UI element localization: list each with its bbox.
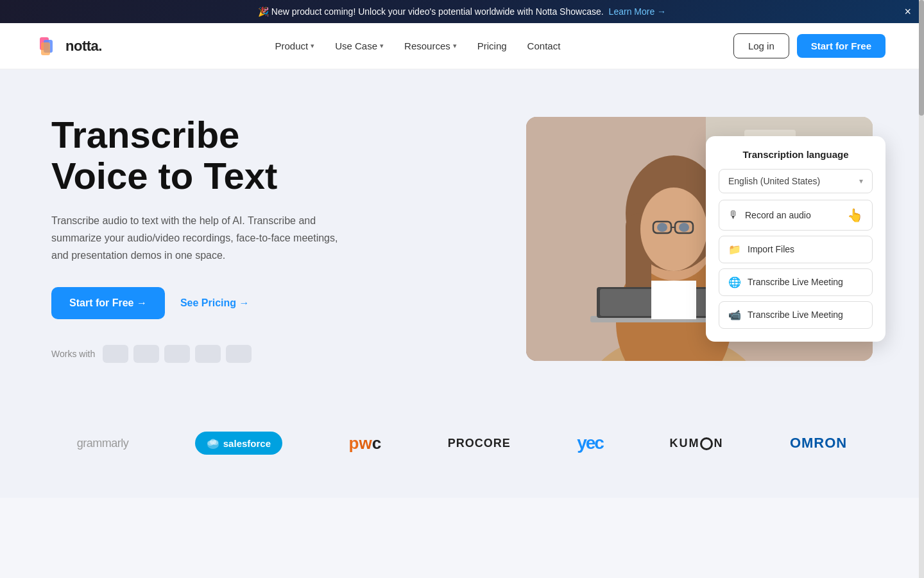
- logo-procore: PROCORE: [448, 427, 511, 459]
- svg-point-13: [640, 188, 707, 271]
- scrollbar-thumb[interactable]: [919, 0, 924, 116]
- globe-icon: 🌐: [728, 276, 741, 288]
- logo-grammarly: grammarly: [77, 427, 129, 459]
- hero-title: Transcribe Voice to Text: [51, 114, 346, 197]
- svg-rect-22: [651, 281, 696, 319]
- works-with-logo-3: [164, 345, 190, 363]
- chevron-down-icon: ▾: [380, 42, 384, 50]
- logos-row: grammarly salesforce pwc PROCORE yec: [51, 427, 873, 459]
- banner-close-button[interactable]: ×: [904, 6, 911, 17]
- chevron-down-icon: ▾: [311, 42, 314, 50]
- hero-subtitle: Transcribe audio to text with the help o…: [51, 212, 346, 265]
- hero-left: Transcribe Voice to Text Transcribe audi…: [51, 114, 346, 363]
- logo-icon: [38, 35, 62, 58]
- salesforce-cloud-icon: [207, 437, 219, 450]
- record-audio-option[interactable]: 🎙 Record an audio 👆: [719, 200, 873, 231]
- svg-point-18: [679, 223, 689, 232]
- login-button[interactable]: Log in: [733, 33, 789, 58]
- see-pricing-button[interactable]: See Pricing →: [180, 297, 250, 309]
- cursor-hand-icon: 👆: [847, 207, 863, 223]
- logos-section: grammarly salesforce pwc PROCORE yec: [0, 401, 924, 498]
- hero-section: Transcribe Voice to Text Transcribe audi…: [0, 69, 924, 401]
- top-banner: 🎉 New product coming! Unlock your video'…: [0, 0, 924, 23]
- start-for-free-button[interactable]: Start for Free: [797, 34, 886, 58]
- folder-icon: 📁: [728, 243, 741, 256]
- chevron-down-icon: ▾: [859, 177, 863, 186]
- works-with-logo-5: [226, 345, 252, 363]
- logo-link[interactable]: notta.: [38, 35, 102, 58]
- hero-right: Transcription language English (United S…: [526, 117, 873, 361]
- works-with-label: Works with: [51, 349, 95, 359]
- learn-more-link[interactable]: Learn More →: [609, 6, 666, 17]
- works-with-logo-4: [195, 345, 221, 363]
- transcribe-meeting-option-1[interactable]: 🌐 Transcribe Live Meeting: [719, 268, 873, 296]
- language-selector[interactable]: English (United States) ▾: [719, 169, 873, 193]
- card-title: Transcription language: [719, 149, 873, 160]
- logo-yec: yec: [577, 427, 603, 459]
- works-with-logo-2: [133, 345, 159, 363]
- banner-text: 🎉 New product coming! Unlock your video'…: [258, 6, 604, 17]
- scrollbar[interactable]: [919, 0, 924, 498]
- language-selected-text: English (United States): [728, 176, 820, 186]
- nav-links: Product ▾ Use Case ▾ Resources ▾ Pricing…: [275, 40, 560, 51]
- video-icon: 📹: [728, 309, 741, 321]
- import-files-option[interactable]: 📁 Import Files: [719, 236, 873, 263]
- works-with-logos: [103, 345, 252, 363]
- transcription-card: Transcription language English (United S…: [706, 136, 886, 342]
- svg-point-27: [210, 439, 216, 445]
- works-with-logo-1: [103, 345, 128, 363]
- navbar: notta. Product ▾ Use Case ▾ Resources ▾ …: [0, 23, 924, 69]
- microphone-icon: 🎙: [728, 209, 739, 221]
- nav-product[interactable]: Product ▾: [275, 40, 314, 51]
- nav-resources[interactable]: Resources ▾: [404, 40, 457, 51]
- hero-cta: Start for Free → See Pricing →: [51, 287, 346, 319]
- works-with: Works with: [51, 345, 346, 363]
- nav-pricing[interactable]: Pricing: [477, 40, 507, 51]
- nav-contact[interactable]: Contact: [527, 40, 561, 51]
- logo-omron: OMRON: [790, 427, 847, 459]
- logo-text: notta.: [65, 38, 102, 55]
- nav-actions: Log in Start for Free: [733, 33, 886, 58]
- svg-point-17: [657, 223, 667, 232]
- nav-usecase[interactable]: Use Case ▾: [335, 40, 384, 51]
- logo-kumon: KUMN: [669, 427, 723, 459]
- svg-rect-2: [41, 42, 50, 55]
- hero-start-button[interactable]: Start for Free →: [51, 287, 165, 319]
- transcribe-meeting-option-2[interactable]: 📹 Transcribe Live Meeting: [719, 301, 873, 329]
- chevron-down-icon: ▾: [453, 42, 457, 50]
- logo-salesforce: salesforce: [195, 427, 282, 459]
- logo-pwc: pwc: [349, 427, 382, 459]
